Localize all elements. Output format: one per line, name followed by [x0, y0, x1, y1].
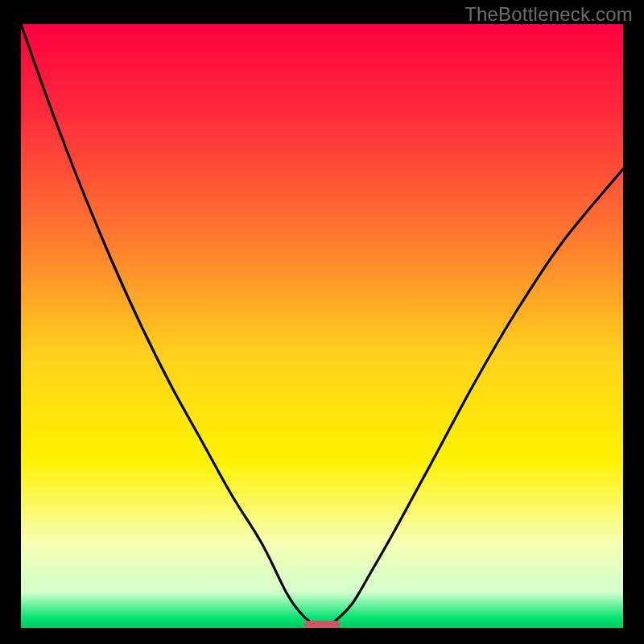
bottleneck-chart: [0, 0, 644, 644]
optimum-marker: [304, 621, 341, 628]
watermark-text: TheBottleneck.com: [464, 3, 633, 26]
chart-frame: { "watermark": "TheBottleneck.com", "cha…: [0, 0, 644, 644]
plot-background: [21, 24, 623, 628]
